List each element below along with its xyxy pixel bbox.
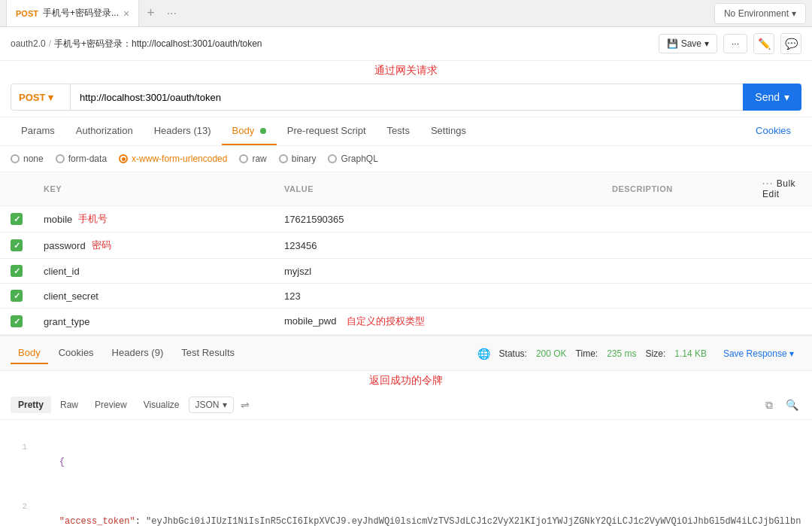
breadcrumb-root[interactable]: oauth2.0 (11, 38, 46, 49)
row-checkbox[interactable] (11, 265, 23, 277)
pretty-tab-visualize[interactable]: Visualize (136, 397, 187, 413)
tab-bar: POST 手机号+密码登录... × + ··· No Environment … (0, 0, 812, 27)
method-label: POST (19, 92, 45, 103)
row-value[interactable]: myjszl (274, 259, 601, 284)
row-value[interactable]: 123 (274, 284, 601, 309)
pretty-actions: ⧉ 🔍 (759, 395, 801, 415)
radio-none-circle (11, 154, 20, 163)
row-desc[interactable] (601, 206, 752, 233)
send-label: Send (755, 91, 780, 103)
method-arrow-icon: ▾ (48, 92, 53, 103)
method-selector[interactable]: POST ▾ (11, 84, 71, 111)
table-row: password 密码 123456 (0, 233, 812, 259)
send-button[interactable]: Send ▾ (743, 84, 801, 111)
radio-binary[interactable]: binary (279, 154, 317, 164)
res-tab-body[interactable]: Body (11, 342, 48, 364)
tab-add-icon[interactable]: + (139, 5, 162, 21)
annotation-response-token: 返回成功的令牌 (0, 371, 812, 391)
environment-selector[interactable]: No Environment ▾ (714, 3, 806, 24)
breadcrumb-actions: 💾 Save ▾ ··· ✏️ 💬 (659, 33, 801, 54)
json-format-selector[interactable]: JSON ▾ (189, 397, 234, 413)
tab-headers[interactable]: Headers (13) (144, 117, 222, 145)
tab-body[interactable]: Body (222, 117, 277, 145)
response-stats: 🌐 Status: 200 OK Time: 235 ms Size: 1.14… (477, 345, 801, 362)
tab-title: 手机号+密码登录... (43, 7, 119, 20)
tab-settings[interactable]: Settings (420, 117, 477, 145)
table-row: client_secret 123 (0, 284, 812, 309)
grant-type-annotation: 自定义的授权类型 (347, 315, 425, 327)
tab-pre-request[interactable]: Pre-request Script (277, 117, 377, 145)
save-button[interactable]: 💾 Save ▾ (659, 34, 717, 53)
tab-params[interactable]: Params (11, 117, 65, 145)
col-actions: ··· Bulk Edit (752, 172, 812, 206)
tab-more-icon[interactable]: ··· (162, 7, 181, 20)
radio-raw[interactable]: raw (239, 154, 266, 164)
pretty-tab-preview[interactable]: Preview (87, 397, 135, 413)
active-tab[interactable]: POST 手机号+密码登录... × (6, 0, 139, 26)
radio-url-encoded[interactable]: x-www-form-urlencoded (119, 154, 227, 164)
time-label: Time: (576, 348, 598, 359)
url-input[interactable] (71, 84, 743, 111)
radio-form-data[interactable]: form-data (56, 154, 107, 164)
response-header: Body Cookies Headers (9) Test Results 🌐 … (0, 335, 812, 371)
body-type-selector: none form-data x-www-form-urlencoded raw… (0, 146, 812, 172)
toolbar-dots-button[interactable]: ··· (723, 34, 747, 53)
radio-graphql[interactable]: GraphQL (328, 154, 377, 164)
form-table: KEY VALUE DESCRIPTION ··· Bulk Edit mobi… (0, 172, 812, 335)
annotation-gateway-request: 通过网关请求 (0, 61, 812, 78)
row-desc[interactable] (601, 233, 752, 259)
time-value: 235 ms (607, 348, 636, 359)
filter-icon[interactable]: ⇌ (235, 395, 255, 415)
status-value: 200 OK (536, 348, 567, 359)
globe-icon: 🌐 (477, 348, 490, 360)
radio-binary-circle (279, 154, 288, 163)
radio-graphql-circle (328, 154, 337, 163)
json-viewer: 1 { 2 "access_token": "eyJhbGci0iJIUzI1N… (0, 420, 812, 526)
tab-method: POST (16, 9, 38, 18)
res-tab-headers[interactable]: Headers (9) (105, 342, 171, 364)
breadcrumb-bar: oauth2.0 / 手机号+密码登录：http://localhost:300… (0, 27, 812, 61)
url-bar: POST ▾ Send ▾ (0, 78, 812, 117)
res-tab-cookies[interactable]: Cookies (51, 342, 102, 364)
env-arrow-icon: ▾ (792, 8, 796, 19)
row-key: mobile 手机号 (44, 212, 108, 226)
tab-close-icon[interactable]: × (123, 8, 129, 19)
status-label: Status: (499, 348, 527, 359)
row-value[interactable]: 17621590365 (274, 206, 601, 233)
table-row: mobile 手机号 17621590365 (0, 206, 812, 233)
edit-icon[interactable]: ✏️ (753, 33, 774, 54)
comment-icon[interactable]: 💬 (780, 33, 801, 54)
row-value[interactable]: mobile_pwd 自定义的授权类型 (274, 309, 601, 335)
row-checkbox[interactable] (11, 213, 23, 225)
radio-form-data-circle (56, 154, 65, 163)
radio-none[interactable]: none (11, 154, 44, 164)
pretty-tab-pretty[interactable]: Pretty (11, 397, 51, 413)
res-tab-test-results[interactable]: Test Results (174, 342, 242, 364)
table-row: grant_type mobile_pwd 自定义的授权类型 (0, 309, 812, 335)
breadcrumb: oauth2.0 / 手机号+密码登录：http://localhost:300… (11, 38, 262, 50)
search-icon[interactable]: 🔍 (782, 395, 801, 415)
row-desc[interactable] (601, 284, 752, 309)
table-row: client_id myjszl (0, 259, 812, 284)
row-checkbox[interactable] (11, 239, 23, 251)
env-label: No Environment (724, 8, 789, 19)
row-key: client_secret (33, 284, 274, 309)
row-key: grant_type (33, 309, 274, 335)
radio-raw-circle (239, 154, 248, 163)
row-checkbox[interactable] (11, 315, 23, 327)
pretty-tab-raw[interactable]: Raw (53, 397, 86, 413)
save-response-button[interactable]: Save Response ▾ (716, 345, 801, 362)
size-label: Size: (646, 348, 666, 359)
tab-authorization[interactable]: Authorization (65, 117, 144, 145)
tab-cookies[interactable]: Cookies (745, 117, 801, 145)
col-key: KEY (33, 172, 274, 206)
row-desc[interactable] (601, 309, 752, 335)
row-checkbox[interactable] (11, 290, 23, 302)
row-value[interactable]: 123456 (274, 233, 601, 259)
copy-icon[interactable]: ⧉ (759, 395, 779, 415)
tab-tests[interactable]: Tests (377, 117, 420, 145)
row-desc[interactable] (601, 259, 752, 284)
size-value: 1.14 KB (674, 348, 707, 359)
row-key: client_id (33, 259, 274, 284)
col-description: DESCRIPTION (601, 172, 752, 206)
